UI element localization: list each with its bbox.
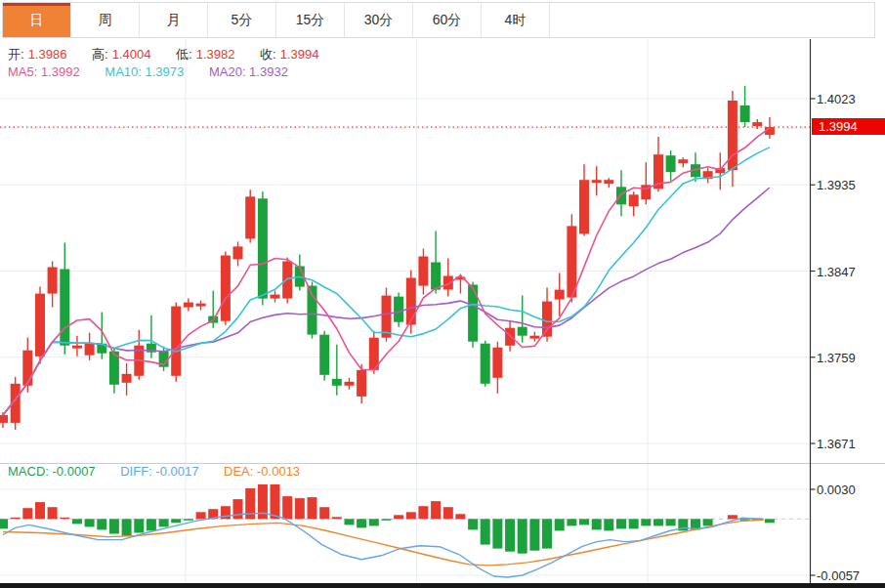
high-value: 1.4004 — [112, 47, 151, 62]
bottom-border — [0, 583, 885, 588]
tab-period-月[interactable]: 月 — [140, 3, 208, 37]
close-value: 1.3994 — [280, 47, 319, 62]
ma20-legend: MA20: 1.3932 — [209, 64, 288, 79]
low-label: 低: — [176, 47, 192, 62]
macd-tick-label: 0.0030 — [817, 483, 856, 497]
tab-period-周[interactable]: 周 — [71, 3, 140, 37]
close-label: 收: — [260, 47, 276, 62]
high-label: 高: — [92, 47, 108, 62]
price-tick-label: 1.4023 — [817, 92, 856, 106]
tab-period-4时[interactable]: 4时 — [482, 3, 550, 37]
candlesticks — [0, 86, 775, 430]
price-tick-label: 1.3935 — [817, 178, 856, 192]
price-tick-label: 1.3671 — [817, 437, 856, 451]
tabbar-filler — [550, 3, 874, 37]
ma10-legend: MA10: 1.3973 — [105, 64, 184, 79]
period-tabbar: 日周月5分15分30分60分4时 — [2, 2, 875, 38]
diff-value-legend: DIFF: -0.0017 — [120, 464, 198, 479]
tab-period-15分[interactable]: 15分 — [276, 3, 345, 37]
tab-period-5分[interactable]: 5分 — [208, 3, 276, 37]
low-value: 1.3982 — [196, 47, 235, 62]
chart-canvas[interactable] — [0, 0, 885, 588]
price-tick-label: 1.3759 — [817, 351, 856, 365]
price-tick-label: 1.3847 — [817, 265, 856, 279]
ohlc-legend: 开:1.3986 高:1.4004 低:1.3982 收:1.3994 — [8, 47, 322, 63]
macd-histogram — [0, 484, 775, 554]
dea-value-legend: DEA: -0.0013 — [224, 464, 300, 479]
tab-period-日[interactable]: 日 — [3, 3, 71, 37]
gridlines — [0, 39, 811, 583]
current-price-tag: 1.3994 — [812, 118, 885, 135]
ma-legend: MA5: 1.3992 MA10: 1.3973 MA20: 1.3932 — [8, 64, 292, 80]
trading-chart-app: 日周月5分15分30分60分4时 开:1.3986 高:1.4004 低:1.3… — [0, 0, 885, 588]
ma5-legend: MA5: 1.3992 — [8, 64, 80, 79]
tab-period-60分[interactable]: 60分 — [413, 3, 482, 37]
open-label: 开: — [8, 47, 24, 62]
macd-tick-label: -0.0057 — [817, 568, 860, 583]
macd-legend: MACD: -0.0007 DIFF: -0.0017 DEA: -0.0013 — [8, 464, 304, 480]
open-value: 1.3986 — [28, 47, 67, 62]
macd-value-legend: MACD: -0.0007 — [8, 464, 96, 479]
tab-period-30分[interactable]: 30分 — [345, 3, 413, 37]
